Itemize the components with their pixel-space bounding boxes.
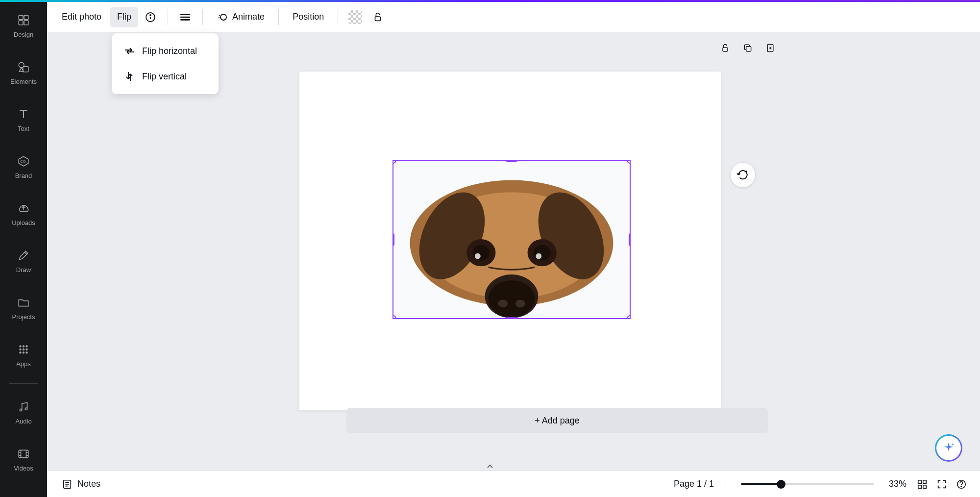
text-icon	[17, 107, 30, 121]
dog-photo	[393, 161, 630, 318]
expand-timeline-tab[interactable]	[475, 463, 505, 471]
add-page-button[interactable]: + Add page	[346, 408, 768, 433]
animate-button[interactable]: Animate	[210, 7, 271, 27]
sidebar-label: Audio	[15, 418, 31, 425]
svg-text:CO.: CO.	[20, 159, 26, 164]
help-icon	[956, 479, 967, 490]
lock-open-icon	[720, 43, 730, 53]
notes-button[interactable]: Notes	[56, 475, 106, 494]
resize-handle-top[interactable]	[505, 160, 518, 162]
ai-assistant-fab[interactable]	[935, 434, 962, 462]
draw-icon	[17, 248, 30, 262]
sidebar-item-elements[interactable]: Elements	[0, 49, 47, 96]
lock-open-icon	[372, 12, 383, 23]
sidebar-item-audio[interactable]: Audio	[0, 389, 47, 436]
info-icon	[145, 11, 156, 23]
fullscreen-button[interactable]	[932, 474, 952, 494]
svg-point-31	[475, 253, 481, 259]
sidebar-item-apps[interactable]: Apps	[0, 331, 47, 378]
add-page-above-button[interactable]	[760, 38, 780, 58]
uploads-icon	[17, 201, 30, 215]
resize-handle-br[interactable]	[627, 315, 631, 319]
flip-horizontal-item[interactable]: Flip horizontal	[117, 38, 214, 64]
sidebar-item-design[interactable]: Design	[0, 2, 47, 49]
sidebar-label: Brand	[15, 172, 32, 179]
svg-rect-2	[19, 21, 23, 25]
sidebar-item-projects[interactable]: Projects	[0, 284, 47, 331]
audio-icon	[17, 400, 30, 414]
toolbar-divider	[168, 9, 168, 25]
help-button[interactable]	[952, 474, 971, 494]
context-toolbar: Edit photo Flip Animate Position	[47, 2, 980, 32]
elements-icon	[17, 60, 30, 74]
svg-point-18	[150, 15, 151, 16]
edit-photo-button[interactable]: Edit photo	[55, 7, 108, 27]
svg-point-7	[19, 345, 21, 347]
lock-page-button[interactable]	[715, 38, 735, 58]
svg-point-11	[23, 348, 24, 350]
lock-button[interactable]	[368, 7, 388, 27]
flip-vertical-label: Flip vertical	[142, 72, 187, 82]
bottombar-divider	[726, 477, 726, 492]
svg-point-38	[515, 299, 525, 307]
svg-point-8	[23, 345, 24, 347]
flip-button[interactable]: Flip	[110, 7, 138, 27]
page-canvas[interactable]	[299, 72, 721, 410]
sidebar-item-brand[interactable]: CO. Brand	[0, 143, 47, 190]
svg-rect-41	[923, 480, 926, 483]
notes-label: Notes	[77, 479, 100, 489]
resize-handle-right[interactable]	[629, 233, 631, 246]
sidebar-item-text[interactable]: Text	[0, 96, 47, 143]
toolbar-divider	[278, 9, 279, 25]
svg-rect-20	[375, 17, 381, 21]
flip-vertical-item[interactable]: Flip vertical	[117, 64, 214, 89]
sidebar-item-draw[interactable]: Draw	[0, 237, 47, 284]
zoom-slider-fill	[741, 483, 781, 485]
svg-point-12	[25, 348, 27, 350]
grid-view-button[interactable]	[912, 474, 932, 494]
svg-rect-22	[746, 47, 751, 51]
list-icon	[179, 11, 192, 24]
resize-handle-bottom[interactable]	[505, 317, 518, 319]
magic-rewrite-button[interactable]	[730, 162, 756, 188]
zoom-percentage[interactable]: 33%	[883, 475, 912, 493]
sidebar: Design Elements Text CO. Brand Uploads D…	[0, 2, 47, 497]
animate-label: Animate	[232, 12, 265, 22]
sidebar-divider	[9, 383, 38, 384]
svg-point-13	[19, 351, 21, 353]
animate-icon	[217, 11, 228, 23]
brand-icon: CO.	[17, 154, 30, 168]
sidebar-label: Videos	[14, 465, 33, 472]
svg-point-9	[25, 345, 27, 347]
videos-icon	[17, 447, 30, 461]
sidebar-label: Design	[14, 31, 33, 38]
sidebar-label: Elements	[10, 78, 37, 85]
sidebar-label: Apps	[16, 360, 31, 368]
fullscreen-icon	[936, 479, 947, 490]
svg-rect-16	[19, 450, 28, 457]
top-gradient-bar	[0, 0, 980, 2]
flip-horizontal-label: Flip horizontal	[142, 46, 197, 56]
bottom-bar: Notes Page 1 / 1 33%	[47, 471, 980, 497]
resize-handle-left[interactable]	[392, 233, 394, 246]
rewrite-icon	[736, 169, 749, 181]
page-plus-icon	[765, 43, 775, 53]
duplicate-page-button[interactable]	[738, 38, 758, 58]
position-button[interactable]: Position	[286, 7, 331, 27]
svg-point-15	[25, 351, 27, 353]
zoom-slider[interactable]	[741, 483, 874, 485]
info-button[interactable]	[140, 7, 161, 27]
transparency-button[interactable]	[345, 7, 366, 27]
duplicate-icon	[743, 43, 753, 53]
sidebar-item-uploads[interactable]: Uploads	[0, 190, 47, 237]
selected-image-element[interactable]	[392, 160, 631, 319]
sidebar-item-videos[interactable]: Videos	[0, 436, 47, 483]
svg-rect-3	[24, 21, 28, 25]
page-indicator[interactable]: Page 1 / 1	[668, 475, 720, 493]
svg-rect-43	[923, 485, 926, 488]
canvas-actions	[715, 38, 780, 58]
list-button[interactable]	[175, 7, 196, 27]
svg-rect-21	[723, 48, 728, 51]
zoom-slider-thumb[interactable]	[777, 480, 785, 489]
svg-point-10	[19, 348, 21, 350]
